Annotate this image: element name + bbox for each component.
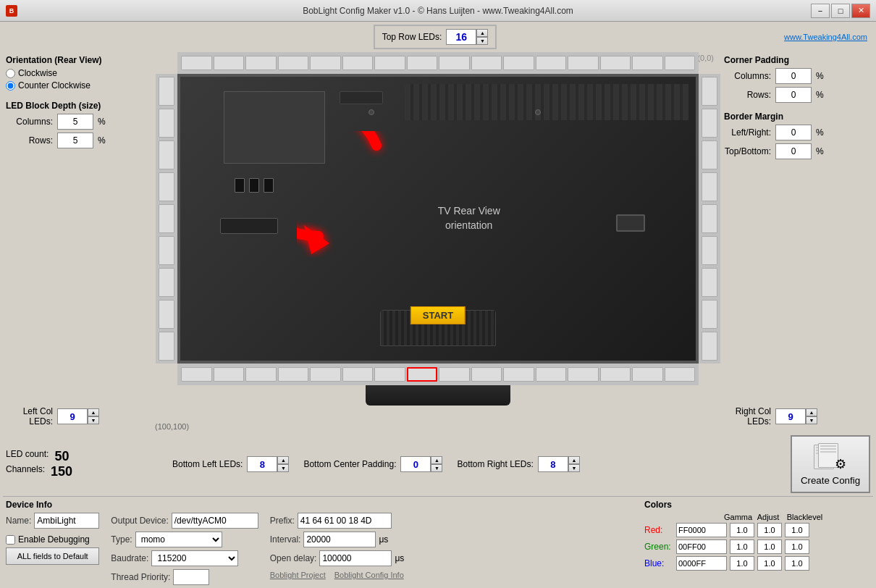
bottom-left-leds-up[interactable]: ▲	[277, 456, 289, 464]
led-cell	[245, 367, 277, 382]
channels-label: Channels:	[6, 464, 45, 479]
led-block-rows-input[interactable]: 5	[57, 133, 93, 148]
top-row-leds-down[interactable]: ▼	[476, 37, 488, 45]
device-info-col1: Name: AmbiLight Enable Debugging ALL fie…	[6, 513, 99, 585]
device-info-title: Device Info	[6, 500, 639, 510]
bottom-center-padding-input[interactable]: 0	[400, 456, 431, 472]
boblight-project-link[interactable]: Boblight Project	[270, 571, 326, 579]
bottom-center-padding-spinbox: 0 ▲ ▼	[400, 456, 442, 472]
left-col-leds-down[interactable]: ▼	[88, 416, 99, 424]
counter-clockwise-radio[interactable]	[6, 81, 15, 91]
bottom-left-leds-spin-buttons: ▲ ▼	[277, 456, 289, 472]
output-device-input[interactable]: /dev/ttyACM0	[172, 513, 258, 529]
bottom-center-padding-control: Bottom Center Padding: 0 ▲ ▼	[303, 456, 442, 472]
top-row-leds-input[interactable]: 16	[446, 29, 476, 45]
orientation-title: Orientation (Rear View)	[6, 55, 152, 65]
bottom-center-padding-down[interactable]: ▼	[431, 464, 442, 472]
red-blacklevel-input[interactable]: 1.0	[785, 523, 809, 537]
right-col-leds-input[interactable]: 9	[775, 408, 806, 424]
bottom-right-leds-up[interactable]: ▲	[568, 456, 580, 464]
red-color-row: Red: FF0000 1.0 1.0 1.0	[644, 523, 870, 537]
open-delay-input[interactable]: 100000	[319, 550, 392, 566]
device-info-body: Name: AmbiLight Enable Debugging ALL fie…	[6, 513, 639, 585]
led-cell	[214, 56, 245, 70]
red-hex-input[interactable]: FF0000	[676, 523, 727, 537]
enable-debugging-checkbox[interactable]	[6, 535, 15, 545]
prefix-label: Prefix:	[270, 516, 295, 526]
left-col-leds-up[interactable]: ▲	[88, 408, 99, 416]
led-block-columns-input[interactable]: 5	[57, 114, 93, 130]
bottom-center-padding-up[interactable]: ▲	[431, 456, 442, 464]
type-select[interactable]: momo adalight atmo	[135, 532, 222, 547]
left-col-leds-control: Left Col LEDs: 9 ▲ ▼	[6, 392, 152, 429]
led-count-label: LED count:	[6, 449, 49, 464]
green-adjust-input[interactable]: 1.0	[757, 539, 782, 554]
corner-padding-rows-label: Rows:	[724, 90, 771, 100]
open-delay-unit: μs	[395, 553, 404, 563]
prefix-input[interactable]: 41 64 61 00 18 4D	[298, 513, 392, 529]
right-col-leds-down[interactable]: ▼	[806, 416, 817, 424]
bottom-left-leds-input[interactable]: 8	[247, 456, 277, 472]
thread-priority-input[interactable]	[173, 569, 209, 585]
blue-blacklevel-input[interactable]: 1.0	[785, 556, 809, 571]
colors-section: Colors Gamma Adjust Blacklevel Red: FF00…	[641, 500, 873, 585]
window-controls: − □ ✕	[811, 4, 870, 18]
adjust-header: Adjust	[754, 513, 782, 521]
bottom-right-leds-down[interactable]: ▼	[568, 464, 580, 472]
led-cell	[159, 77, 174, 106]
restore-button[interactable]: □	[831, 4, 850, 18]
name-label: Name:	[6, 516, 31, 526]
border-margin-tb-input[interactable]: 0	[775, 143, 812, 159]
close-button[interactable]: ✕	[851, 4, 870, 18]
open-delay-label: Open delay:	[270, 553, 317, 563]
thread-priority-row: Thread Priority:	[111, 569, 258, 585]
device-info-col2: Output Device: /dev/ttyACM0 Type: momo a…	[111, 513, 258, 585]
led-cell	[702, 109, 717, 138]
corner-padding-rows-unit: %	[816, 90, 824, 100]
green-blacklevel-input[interactable]: 1.0	[785, 539, 809, 554]
led-cell	[632, 367, 663, 382]
red-adjust-input[interactable]: 1.0	[757, 523, 782, 537]
border-margin-title: Border Margin	[724, 112, 870, 122]
tv-ports	[235, 178, 274, 193]
led-cell	[568, 367, 599, 382]
minimize-button[interactable]: −	[811, 4, 830, 18]
green-hex-input[interactable]: 00FF00	[676, 539, 727, 554]
create-config-label: Create Config	[801, 475, 860, 486]
left-col-leds-input[interactable]: 9	[57, 408, 88, 424]
led-count-value: 50	[54, 449, 69, 464]
clockwise-option[interactable]: Clockwise	[6, 68, 152, 78]
blue-hex-input[interactable]: 0000FF	[676, 556, 727, 571]
bottom-left-leds-down[interactable]: ▼	[277, 464, 289, 472]
led-cell	[159, 300, 174, 329]
border-margin-lr-input[interactable]: 0	[775, 125, 812, 140]
led-count-row: LED count: 50	[6, 449, 158, 464]
bottom-right-leds-input[interactable]: 8	[538, 456, 568, 472]
left-col-leds-spin-buttons: ▲ ▼	[88, 408, 99, 424]
green-label: Green:	[644, 542, 673, 552]
clockwise-radio[interactable]	[6, 69, 15, 78]
start-button[interactable]: START	[410, 306, 466, 324]
tv-stand	[366, 385, 510, 406]
baudrate-select[interactable]: 9600 57600 115200	[151, 550, 238, 566]
blue-gamma-input[interactable]: 1.0	[730, 556, 754, 571]
top-row-leds-up[interactable]: ▲	[476, 29, 488, 37]
interval-input[interactable]: 20000	[303, 532, 376, 547]
led-cell	[374, 367, 405, 382]
red-gamma-input[interactable]: 1.0	[730, 523, 754, 537]
bottom-right-leds-control: Bottom Right LEDs: 8 ▲ ▼	[457, 456, 579, 472]
right-col-leds-up[interactable]: ▲	[806, 408, 817, 416]
left-panel: Orientation (Rear View) Clockwise Counte…	[3, 52, 155, 432]
blue-adjust-input[interactable]: 1.0	[757, 556, 782, 571]
corner-padding-rows-input[interactable]: 0	[775, 87, 812, 103]
create-config-button[interactable]: ⚙ Create Config	[791, 435, 870, 493]
all-fields-default-button[interactable]: ALL fields to Default	[6, 547, 99, 565]
name-input[interactable]: AmbiLight	[34, 513, 99, 529]
top-area: Top Row LEDs: 16 ▲ ▼ www.Tweaking4All.co…	[3, 25, 873, 49]
corner-padding-columns-input[interactable]: 0	[775, 68, 812, 84]
counter-clockwise-option[interactable]: Counter Clockwise	[6, 80, 152, 91]
tweaking4all-link[interactable]: www.Tweaking4All.com	[784, 33, 867, 41]
device-info-col3: Prefix: 41 64 61 00 18 4D Interval: 2000…	[270, 513, 405, 585]
green-gamma-input[interactable]: 1.0	[730, 539, 754, 554]
boblight-config-info-link[interactable]: Boblight Config Info	[334, 571, 404, 579]
